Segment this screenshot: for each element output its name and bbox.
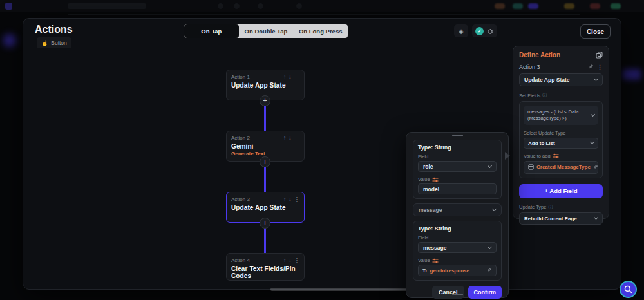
- selected-action-label: Action 3: [519, 64, 540, 70]
- select-update-type-label: Select Update Type: [524, 130, 565, 136]
- confirm-button[interactable]: Confirm: [468, 286, 502, 299]
- update-type-select[interactable]: Add to List: [524, 138, 598, 149]
- move-up-icon[interactable]: ↑: [283, 257, 286, 263]
- project-name-pill: [68, 3, 146, 9]
- gem-icon: ◈: [459, 28, 464, 35]
- copy-action-icon[interactable]: [596, 52, 603, 59]
- move-down-icon[interactable]: ↓: [289, 73, 291, 80]
- right-toolbar-glow: [623, 69, 641, 80]
- topbar-icon: [258, 3, 263, 9]
- kebab-menu-icon[interactable]: ⋮: [294, 257, 300, 263]
- popup-pointer: [505, 152, 510, 160]
- cancel-button[interactable]: Cancel: [432, 286, 464, 299]
- trigger-tabbar: On Tap On Double Tap On Long Press: [184, 24, 348, 38]
- edit-value-icon[interactable]: ✎: [487, 267, 492, 274]
- move-down-icon[interactable]: ↓: [289, 135, 291, 141]
- data-type-grid-icon: [528, 164, 534, 170]
- action-type-select[interactable]: Update App State: [519, 73, 603, 86]
- text-type-icon: Tr: [422, 268, 428, 274]
- insert-action-button[interactable]: +: [260, 95, 270, 106]
- bug-icon[interactable]: [487, 28, 494, 35]
- topbar-icon: [296, 3, 302, 9]
- chevron-down-icon: [492, 207, 497, 211]
- field-select-role[interactable]: role: [418, 161, 497, 172]
- set-field-popup: Type: String Field role Value model mess…: [406, 132, 509, 298]
- value-label: Value: [418, 176, 430, 182]
- action-node-title: Update App State: [231, 82, 299, 89]
- action-node-title: Gemini: [231, 143, 299, 150]
- set-fields-box: messages - (List < Data (MessageType) >)…: [519, 101, 603, 178]
- move-up-icon[interactable]: ↑: [283, 135, 286, 141]
- topbar-icon: [218, 3, 223, 9]
- rename-action-icon[interactable]: ✎: [589, 64, 594, 70]
- gem-button[interactable]: ◈: [454, 24, 468, 37]
- chevron-down-icon: [594, 77, 598, 81]
- topbar-button-green: [611, 3, 621, 9]
- tab-on-double-tap[interactable]: On Double Tap: [239, 24, 294, 38]
- insert-action-button[interactable]: +: [260, 218, 270, 229]
- field-select-message[interactable]: message: [418, 242, 497, 253]
- topbar-button-teal: [513, 3, 523, 9]
- drag-handle[interactable]: [452, 294, 463, 295]
- close-button[interactable]: Close: [580, 24, 611, 39]
- sidebar-active-glow: [3, 34, 16, 47]
- action-node-title: Update App State: [231, 204, 299, 211]
- validation-status-group: ✓: [472, 24, 497, 37]
- topbar-button-purple: [528, 3, 538, 9]
- value-variable-field[interactable]: Tr geminiresponse ✎: [418, 265, 497, 276]
- app-logo: [5, 3, 12, 10]
- variable-sliders-icon: [553, 153, 559, 158]
- kebab-menu-icon[interactable]: ⋮: [294, 196, 300, 202]
- move-up-icon[interactable]: ↑: [283, 73, 286, 80]
- chevron-down-icon: [488, 163, 492, 167]
- variable-sliders-icon: [432, 177, 439, 182]
- page-update-select[interactable]: Rebuild Current Page: [519, 212, 603, 225]
- canvas-horizontal-scrollbar[interactable]: [270, 288, 410, 291]
- field-section-role: Type: String Field role Value model: [413, 140, 502, 199]
- kebab-menu-icon[interactable]: ⋮: [294, 135, 300, 141]
- define-action-panel: Define Action Action 3 ✎ ⋮ Update App St…: [513, 46, 609, 219]
- type-label: Type: String: [418, 225, 497, 232]
- value-input[interactable]: model: [418, 183, 497, 194]
- chevron-down-icon: [594, 215, 598, 220]
- topbar-icon: [234, 3, 240, 9]
- add-field-button[interactable]: + Add Field: [519, 184, 603, 198]
- type-label: Type: String: [418, 144, 497, 151]
- background-content-edge: [68, 14, 580, 15]
- kebab-menu-icon[interactable]: ⋮: [294, 73, 300, 80]
- value-to-add-value: Created MessageType: [536, 164, 591, 170]
- insert-action-button[interactable]: +: [260, 156, 270, 167]
- field-binding-select[interactable]: messages - (List < Data (MessageType) >): [524, 106, 598, 125]
- action-node-id: Action 3: [231, 196, 250, 202]
- field-section-message-header[interactable]: message: [413, 203, 502, 216]
- action-node-id: Action 2: [231, 135, 250, 141]
- value-to-add-field[interactable]: Created MessageType ✎: [524, 161, 598, 174]
- browser-topbar: [0, 0, 644, 12]
- chevron-down-icon: [591, 112, 595, 117]
- move-up-icon[interactable]: ↑: [283, 196, 286, 202]
- drag-handle[interactable]: [452, 135, 463, 136]
- kebab-menu-icon[interactable]: ⋮: [597, 64, 603, 70]
- variable-sliders-icon: [432, 258, 439, 263]
- tab-on-tap[interactable]: On Tap: [184, 24, 239, 38]
- tab-on-long-press[interactable]: On Long Press: [293, 24, 348, 38]
- field-label: Field: [418, 235, 428, 241]
- value-to-add-label: Value to add: [524, 153, 551, 159]
- magnifier-icon: [624, 285, 632, 294]
- action-node-title: Clear Text Fields/Pin Codes: [231, 265, 299, 279]
- info-icon: ⓘ: [548, 204, 553, 211]
- trigger-widget-chip[interactable]: ☝ Button: [37, 37, 71, 48]
- field-label: Field: [418, 154, 428, 160]
- actions-overlay: Actions On Tap On Double Tap On Long Pre…: [23, 18, 621, 290]
- value-label: Value: [418, 258, 430, 263]
- move-down-icon[interactable]: ↓: [289, 257, 291, 263]
- header-icon-group: ◈ ✓: [454, 24, 497, 37]
- field-section-message: Type: String Field message Value Tr gemi…: [413, 221, 502, 281]
- info-icon: ⓘ: [542, 92, 547, 98]
- set-fields-label: Set Fields: [519, 93, 540, 98]
- move-down-icon[interactable]: ↓: [289, 196, 291, 202]
- action-node-4[interactable]: Action 4 ↑ ↓ ⋮ Clear Text Fields/Pin Cod…: [226, 253, 305, 281]
- zoom-fab[interactable]: [620, 281, 637, 298]
- edit-value-icon[interactable]: ✎: [593, 164, 598, 171]
- action-node-id: Action 4: [231, 258, 250, 263]
